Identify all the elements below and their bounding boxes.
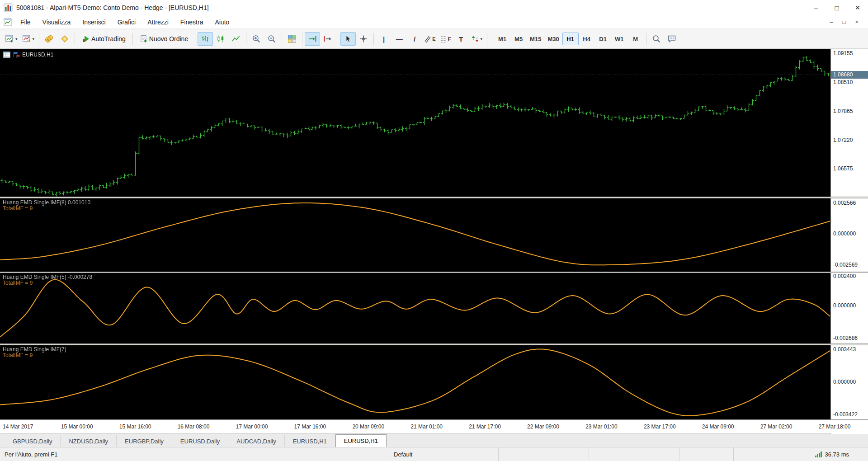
zoom-out-button[interactable] <box>264 32 279 46</box>
chart-tab-eurusd-h1[interactable]: EURUSD,H1 <box>335 434 387 447</box>
chart-tab-eurusd-h1[interactable]: EURUSD,H1 <box>285 435 335 447</box>
toolbar-separator <box>246 33 246 45</box>
indicator-pane-imf8: Huang EMD Single IMF(8) 0.001010 TotalIM… <box>0 198 830 272</box>
timeframe-h1-button[interactable]: H1 <box>562 33 579 45</box>
time-axis-label: 23 Mar 17:00 <box>644 423 676 430</box>
new-order-button[interactable]: Nuovo Ordine <box>135 32 193 46</box>
zoom-in-button[interactable] <box>249 32 264 46</box>
community-button[interactable] <box>664 32 679 46</box>
menu-grafici[interactable]: Grafici <box>112 15 142 28</box>
symbol-flags-icon[interactable] <box>13 52 20 58</box>
trendline-button[interactable]: / <box>407 32 422 46</box>
line-chart-button[interactable] <box>228 32 244 46</box>
mdi-minimize-button[interactable]: – <box>826 17 837 27</box>
cursor-button[interactable] <box>340 32 356 46</box>
menu-visualizza[interactable]: Visualizza <box>37 15 77 28</box>
indicator-subtext: TotalIMF = 9 <box>3 206 90 212</box>
cursor-arrow-icon <box>344 34 353 43</box>
market-depth-icon[interactable] <box>3 52 10 58</box>
menu-file[interactable]: File <box>14 15 37 28</box>
price-axis[interactable]: 1.091551.085101.078651.072201.065750.002… <box>830 49 868 434</box>
arrows-tool-button[interactable]: ▾ <box>469 32 485 46</box>
mdi-restore-button[interactable]: □ <box>838 17 850 27</box>
chart-profiles-button[interactable]: ▾ <box>20 32 37 46</box>
axis-tick-label: -0.003422 <box>833 411 858 418</box>
mdi-close-button[interactable]: × <box>851 17 863 27</box>
text-tool-button[interactable]: T <box>453 32 469 46</box>
timeframe-m-button[interactable]: M <box>627 33 644 45</box>
chart-tab-eurgbp-daily[interactable]: EURGBP,Daily <box>117 435 172 447</box>
indicator-name: Huang EMD Single IMF(5) -0.000278 <box>3 274 92 280</box>
new-chart-icon <box>5 34 14 43</box>
chart-header: EURUSD,H1 <box>3 52 53 58</box>
axis-tick-label: 0.000000 <box>833 230 856 237</box>
metaeditor-button[interactable] <box>57 32 72 46</box>
price-pane: EURUSD,H1 <box>0 49 830 197</box>
market-watch-button[interactable]: $ <box>42 32 57 46</box>
trendline-icon: / <box>414 35 415 43</box>
latency-value: 36.73 ms <box>825 451 849 458</box>
close-button[interactable]: × <box>847 0 868 15</box>
pane-separator[interactable] <box>0 343 868 345</box>
title-bar: 50081081 - Alpari-MT5-Demo: Conto Demo -… <box>0 0 868 15</box>
menu-finestra[interactable]: Finestra <box>175 15 209 28</box>
search-icon <box>652 34 661 43</box>
chart-tab-eurusd-daily[interactable]: EURUSD,Daily <box>172 435 228 447</box>
candlestick-chart-button[interactable] <box>213 32 228 46</box>
indicator-name: Huang EMD Single IMF(7) <box>3 346 66 353</box>
mdi-window-controls: – □ × <box>826 17 865 27</box>
chart-window: EURUSD,H1 Huang EMD Single IMF(8) 0.0010… <box>0 49 868 433</box>
menu-bar: FileVisualizzaInserisciGraficiAttrezziFi… <box>0 15 868 29</box>
vertical-line-button[interactable]: | <box>376 32 392 46</box>
text-tool-icon: T <box>459 35 463 43</box>
chart-tab-audcad-daily[interactable]: AUDCAD,Daily <box>228 435 284 447</box>
timeframe-h4-button[interactable]: H4 <box>579 33 595 45</box>
menu-inserisci[interactable]: Inserisci <box>76 15 111 28</box>
status-connection[interactable]: 36.73 ms <box>733 447 868 461</box>
maximize-button[interactable]: □ <box>826 0 847 15</box>
tile-windows-button[interactable] <box>284 32 300 46</box>
timeframe-m15-button[interactable]: M15 <box>527 33 544 45</box>
new-order-label: Nuovo Ordine <box>149 35 188 42</box>
time-axis-label: 22 Mar 09:00 <box>527 423 559 430</box>
crosshair-button[interactable] <box>356 32 371 46</box>
menu-attrezzi[interactable]: Attrezzi <box>142 15 175 28</box>
time-axis-label: 15 Mar 00:00 <box>61 423 93 430</box>
timeframe-d1-button[interactable]: D1 <box>595 33 611 45</box>
status-profile[interactable]: Default <box>390 447 498 461</box>
equidistant-channel-button[interactable]: E <box>422 32 438 46</box>
dropdown-caret-icon: ▾ <box>15 37 18 41</box>
axis-tick-label: 1.09155 <box>833 50 853 56</box>
imf8-canvas[interactable] <box>0 198 830 272</box>
timeframe-m5-button[interactable]: M5 <box>510 33 527 45</box>
horizontal-line-button[interactable]: — <box>392 32 407 46</box>
chart-shift-button[interactable] <box>320 32 335 46</box>
chart-tab-nzdusd-daily[interactable]: NZDUSD,Daily <box>61 435 117 447</box>
bar-chart-button[interactable] <box>198 32 213 46</box>
chat-bubble-icon <box>667 34 676 43</box>
price-chart-canvas[interactable] <box>0 49 830 197</box>
axis-tick-label: 0.000000 <box>833 379 856 385</box>
timeframe-w1-button[interactable]: W1 <box>611 33 627 45</box>
chart-tab-gbpusd-daily[interactable]: GBPUSD,Daily <box>5 435 61 447</box>
toolbar-separator <box>302 33 302 45</box>
coins-icon: $ <box>45 34 54 43</box>
pane-separator[interactable] <box>0 197 868 198</box>
axis-tick-label: -0.002569 <box>833 262 858 268</box>
timeframe-m30-button[interactable]: M30 <box>544 33 562 45</box>
imf7-canvas[interactable] <box>0 345 830 419</box>
minimize-button[interactable]: – <box>806 0 826 15</box>
fibonacci-button[interactable]: F <box>438 32 453 46</box>
timeframe-m1-button[interactable]: M1 <box>494 33 510 45</box>
autotrading-button[interactable]: AutoTrading <box>77 32 130 46</box>
axis-tick-label: 0.000000 <box>833 302 856 309</box>
pane-separator[interactable] <box>0 272 868 273</box>
new-chart-button[interactable]: ▾ <box>3 32 20 46</box>
auto-scroll-button[interactable] <box>305 32 320 46</box>
menu-aiuto[interactable]: Aiuto <box>209 15 235 28</box>
time-axis-label: 15 Mar 16:00 <box>119 423 151 430</box>
search-symbol-button[interactable] <box>649 32 664 46</box>
time-axis[interactable]: 14 Mar 201715 Mar 00:0015 Mar 16:0016 Ma… <box>0 419 868 433</box>
imf5-canvas[interactable] <box>0 273 830 343</box>
new-order-icon <box>140 35 148 43</box>
